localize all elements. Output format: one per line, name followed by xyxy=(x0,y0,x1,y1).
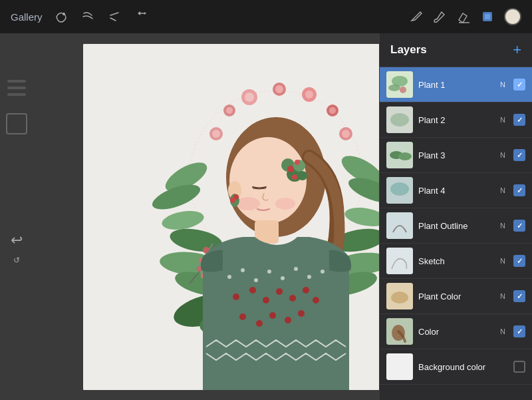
svg-point-67 xyxy=(267,270,271,274)
layer-name: Color xyxy=(418,327,439,337)
svg-point-83 xyxy=(298,310,305,317)
layer-thumbnail xyxy=(386,353,413,380)
layer-item[interactable]: Background color xyxy=(380,349,532,385)
layer-controls: N xyxy=(500,290,525,302)
svg-point-12 xyxy=(275,85,283,93)
svg-point-81 xyxy=(269,312,276,319)
slider-indicator[interactable] xyxy=(7,80,26,83)
layer-mode: N xyxy=(500,327,505,335)
toolbar-left: Gallery xyxy=(11,9,408,25)
layer-controls: N xyxy=(500,114,525,126)
svg-point-69 xyxy=(294,267,298,271)
redo-button[interactable]: ↺ xyxy=(13,256,20,265)
svg-point-75 xyxy=(276,288,283,295)
pen-icon[interactable] xyxy=(408,9,423,24)
layer-info: Plant 1 xyxy=(413,79,500,91)
crop-tool[interactable] xyxy=(6,113,27,134)
slider-indicator-3[interactable] xyxy=(7,93,26,96)
layer-controls: N xyxy=(500,325,525,337)
layer-info: Plant Outline xyxy=(413,220,500,232)
layer-item[interactable]: Plant Color N xyxy=(380,279,532,314)
layer-visibility-toggle[interactable] xyxy=(513,149,525,161)
svg-rect-96 xyxy=(386,248,413,274)
layer-item[interactable]: Color N xyxy=(380,314,532,349)
layer-info: Plant 3 xyxy=(413,149,500,161)
layer-visibility-toggle[interactable] xyxy=(513,290,525,302)
svg-point-65 xyxy=(241,268,245,272)
layer-visibility-toggle[interactable] xyxy=(513,184,525,196)
add-layer-button[interactable]: + xyxy=(513,43,521,57)
svg-point-57 xyxy=(295,160,300,165)
svg-point-98 xyxy=(391,292,408,303)
layer-visibility-toggle[interactable] xyxy=(513,79,525,91)
svg-point-14 xyxy=(305,91,313,99)
svg-point-79 xyxy=(239,313,246,320)
svg-point-20 xyxy=(226,107,233,114)
layer-controls xyxy=(505,361,525,373)
layers-toolbar-icon[interactable] xyxy=(480,9,495,24)
layers-list: Plant 1 N Plant 2 N Plant 3 N xyxy=(380,67,532,400)
svg-point-80 xyxy=(256,320,263,327)
layer-visibility-toggle[interactable] xyxy=(513,255,525,267)
svg-point-58 xyxy=(292,174,297,180)
color-picker[interactable] xyxy=(504,8,521,25)
layer-mode: N xyxy=(500,81,505,89)
gallery-button[interactable]: Gallery xyxy=(11,11,43,23)
svg-point-89 xyxy=(390,113,409,126)
layers-header: Layers + xyxy=(380,33,532,67)
svg-point-0 xyxy=(63,13,65,15)
svg-point-71 xyxy=(321,270,325,274)
layer-name: Plant 4 xyxy=(418,186,445,196)
svg-point-62 xyxy=(230,198,235,203)
modify-icon[interactable] xyxy=(53,9,69,25)
eraser-icon[interactable] xyxy=(456,9,471,24)
layer-thumbnail xyxy=(386,283,413,309)
layer-visibility-toggle[interactable] xyxy=(513,114,525,126)
layer-thumbnail xyxy=(386,248,413,274)
layer-mode: N xyxy=(500,186,505,194)
svg-point-78 xyxy=(313,297,319,303)
layer-visibility-toggle[interactable] xyxy=(513,325,525,337)
svg-point-68 xyxy=(281,276,285,280)
layer-item[interactable]: Plant 2 N xyxy=(380,102,532,138)
svg-point-50 xyxy=(236,197,260,210)
layer-info: Sketch xyxy=(413,255,500,267)
layer-visibility-toggle[interactable] xyxy=(513,220,525,232)
layer-controls: N xyxy=(500,255,525,267)
undo-button[interactable]: ↩ xyxy=(11,232,23,249)
brush-icon[interactable] xyxy=(432,9,447,24)
toolbar-right xyxy=(408,8,521,25)
layers-title: Layers xyxy=(390,43,427,57)
svg-rect-101 xyxy=(386,353,413,380)
layer-mode: N xyxy=(500,222,505,230)
selection-icon[interactable] xyxy=(106,9,122,25)
layer-item[interactable]: Sketch N xyxy=(380,244,532,279)
adjust-icon[interactable] xyxy=(80,9,96,25)
slider-indicator-2[interactable] xyxy=(7,87,26,89)
svg-point-70 xyxy=(307,275,311,279)
svg-line-2 xyxy=(110,18,116,21)
svg-point-16 xyxy=(329,107,336,114)
layer-item[interactable]: Plant Outline N xyxy=(380,208,532,244)
svg-point-82 xyxy=(285,317,291,323)
layer-item[interactable]: Plant 1 N xyxy=(380,67,532,102)
layer-name: Plant 1 xyxy=(418,80,445,90)
layer-mode: N xyxy=(500,292,505,300)
layer-thumbnail xyxy=(386,212,413,239)
layers-panel: Layers + Plant 1 N Plant 2 N Plant 3 xyxy=(379,33,532,400)
svg-line-1 xyxy=(110,13,118,15)
layer-info: Color xyxy=(413,325,500,337)
layer-item[interactable]: Plant 4 N xyxy=(380,173,532,208)
svg-point-72 xyxy=(233,294,239,300)
svg-point-66 xyxy=(254,278,258,282)
layer-item[interactable]: Plant 3 N xyxy=(380,138,532,173)
svg-point-10 xyxy=(245,93,254,102)
layer-name: Background color xyxy=(418,362,485,372)
layer-thumbnail xyxy=(386,71,413,98)
layer-info: Plant 4 xyxy=(413,184,500,196)
transform-icon[interactable] xyxy=(133,9,149,25)
svg-point-51 xyxy=(275,198,295,210)
svg-point-74 xyxy=(263,297,269,303)
layer-visibility-toggle[interactable] xyxy=(513,361,525,373)
svg-point-56 xyxy=(287,166,294,172)
